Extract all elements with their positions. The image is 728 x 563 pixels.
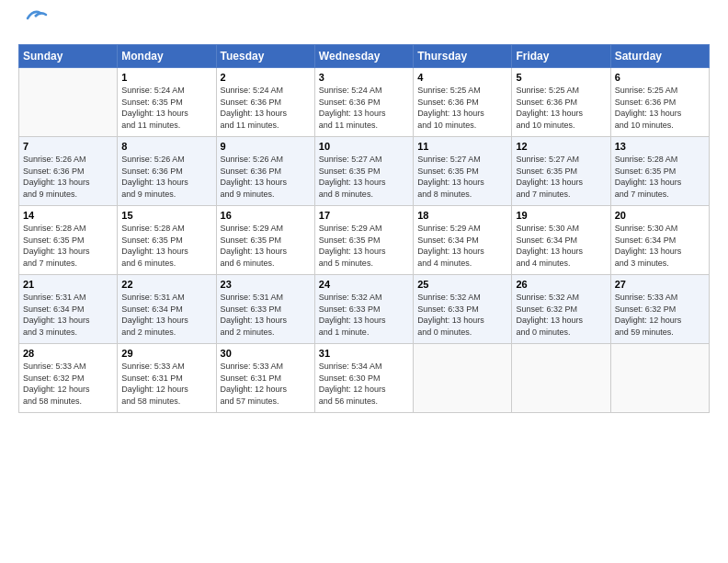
day-number: 18 — [417, 210, 507, 221]
calendar-cell: 25Sunrise: 5:32 AM Sunset: 6:33 PM Dayli… — [414, 275, 512, 344]
day-number: 7 — [23, 141, 113, 152]
calendar-cell: 14Sunrise: 5:28 AM Sunset: 6:35 PM Dayli… — [19, 206, 118, 275]
day-number: 15 — [121, 210, 211, 221]
day-number: 14 — [23, 210, 113, 221]
cell-content: Sunrise: 5:28 AM Sunset: 6:35 PM Dayligh… — [23, 223, 113, 269]
day-number: 2 — [221, 72, 311, 83]
calendar-cell: 22Sunrise: 5:31 AM Sunset: 6:34 PM Dayli… — [118, 275, 216, 344]
weekday-header-tuesday: Tuesday — [216, 45, 314, 68]
day-number: 6 — [615, 72, 705, 83]
day-number: 23 — [221, 279, 311, 290]
day-number: 3 — [319, 72, 409, 83]
day-number: 22 — [121, 279, 211, 290]
calendar-cell: 26Sunrise: 5:32 AM Sunset: 6:32 PM Dayli… — [512, 275, 610, 344]
day-number: 20 — [615, 210, 705, 221]
week-row-4: 21Sunrise: 5:31 AM Sunset: 6:34 PM Dayli… — [19, 275, 710, 344]
calendar-body: 1Sunrise: 5:24 AM Sunset: 6:35 PM Daylig… — [19, 68, 710, 413]
calendar-cell: 6Sunrise: 5:25 AM Sunset: 6:36 PM Daylig… — [610, 68, 709, 137]
cell-content: Sunrise: 5:27 AM Sunset: 6:35 PM Dayligh… — [319, 154, 409, 200]
calendar-cell: 12Sunrise: 5:27 AM Sunset: 6:35 PM Dayli… — [512, 137, 610, 206]
cell-content: Sunrise: 5:28 AM Sunset: 6:35 PM Dayligh… — [121, 223, 211, 269]
day-number: 1 — [121, 72, 211, 83]
calendar-cell: 10Sunrise: 5:27 AM Sunset: 6:35 PM Dayli… — [314, 137, 413, 206]
day-number: 17 — [319, 210, 409, 221]
day-number: 9 — [221, 141, 311, 152]
cell-content: Sunrise: 5:24 AM Sunset: 6:36 PM Dayligh… — [221, 85, 311, 131]
cell-content: Sunrise: 5:31 AM Sunset: 6:34 PM Dayligh… — [23, 292, 113, 338]
week-row-3: 14Sunrise: 5:28 AM Sunset: 6:35 PM Dayli… — [19, 206, 710, 275]
day-number: 8 — [121, 141, 211, 152]
weekday-header-wednesday: Wednesday — [314, 45, 413, 68]
day-number: 4 — [417, 72, 507, 83]
day-number: 19 — [516, 210, 606, 221]
cell-content: Sunrise: 5:29 AM Sunset: 6:35 PM Dayligh… — [319, 223, 409, 269]
weekday-header-saturday: Saturday — [610, 45, 709, 68]
day-number: 21 — [23, 279, 113, 290]
week-row-1: 1Sunrise: 5:24 AM Sunset: 6:35 PM Daylig… — [19, 68, 710, 137]
cell-content: Sunrise: 5:24 AM Sunset: 6:36 PM Dayligh… — [319, 85, 409, 131]
calendar-cell: 17Sunrise: 5:29 AM Sunset: 6:35 PM Dayli… — [314, 206, 413, 275]
calendar-cell: 16Sunrise: 5:29 AM Sunset: 6:35 PM Dayli… — [216, 206, 314, 275]
day-number: 10 — [319, 141, 409, 152]
calendar-cell: 20Sunrise: 5:30 AM Sunset: 6:34 PM Dayli… — [610, 206, 709, 275]
cell-content: Sunrise: 5:31 AM Sunset: 6:34 PM Dayligh… — [121, 292, 211, 338]
calendar-cell: 21Sunrise: 5:31 AM Sunset: 6:34 PM Dayli… — [19, 275, 118, 344]
cell-content: Sunrise: 5:28 AM Sunset: 6:35 PM Dayligh… — [615, 154, 705, 200]
cell-content: Sunrise: 5:33 AM Sunset: 6:32 PM Dayligh… — [23, 361, 113, 407]
calendar-cell: 3Sunrise: 5:24 AM Sunset: 6:36 PM Daylig… — [314, 68, 413, 137]
day-number: 13 — [615, 141, 705, 152]
header — [18, 17, 710, 39]
day-number: 25 — [417, 279, 507, 290]
week-row-2: 7Sunrise: 5:26 AM Sunset: 6:36 PM Daylig… — [19, 137, 710, 206]
calendar-cell: 9Sunrise: 5:26 AM Sunset: 6:36 PM Daylig… — [216, 137, 314, 206]
calendar-cell: 18Sunrise: 5:29 AM Sunset: 6:34 PM Dayli… — [414, 206, 512, 275]
weekday-header-thursday: Thursday — [414, 45, 512, 68]
calendar-cell — [19, 68, 118, 137]
cell-content: Sunrise: 5:26 AM Sunset: 6:36 PM Dayligh… — [121, 154, 211, 200]
day-number: 11 — [417, 141, 507, 152]
calendar-cell: 11Sunrise: 5:27 AM Sunset: 6:35 PM Dayli… — [414, 137, 512, 206]
cell-content: Sunrise: 5:29 AM Sunset: 6:34 PM Dayligh… — [417, 223, 507, 269]
calendar-cell: 8Sunrise: 5:26 AM Sunset: 6:36 PM Daylig… — [118, 137, 216, 206]
cell-content: Sunrise: 5:25 AM Sunset: 6:36 PM Dayligh… — [417, 85, 507, 131]
calendar-cell: 1Sunrise: 5:24 AM Sunset: 6:35 PM Daylig… — [118, 68, 216, 137]
calendar-cell — [512, 344, 610, 413]
day-number: 28 — [23, 348, 113, 359]
cell-content: Sunrise: 5:30 AM Sunset: 6:34 PM Dayligh… — [615, 223, 705, 269]
cell-content: Sunrise: 5:32 AM Sunset: 6:33 PM Dayligh… — [417, 292, 507, 338]
day-number: 26 — [516, 279, 606, 290]
day-number: 24 — [319, 279, 409, 290]
day-number: 27 — [615, 279, 705, 290]
cell-content: Sunrise: 5:34 AM Sunset: 6:30 PM Dayligh… — [319, 361, 409, 407]
calendar-cell: 27Sunrise: 5:33 AM Sunset: 6:32 PM Dayli… — [610, 275, 709, 344]
day-number: 31 — [319, 348, 409, 359]
logo — [18, 17, 48, 39]
cell-content: Sunrise: 5:24 AM Sunset: 6:35 PM Dayligh… — [121, 85, 211, 131]
calendar-cell: 29Sunrise: 5:33 AM Sunset: 6:31 PM Dayli… — [118, 344, 216, 413]
cell-content: Sunrise: 5:25 AM Sunset: 6:36 PM Dayligh… — [615, 85, 705, 131]
cell-content: Sunrise: 5:26 AM Sunset: 6:36 PM Dayligh… — [221, 154, 311, 200]
page: SundayMondayTuesdayWednesdayThursdayFrid… — [0, 0, 728, 422]
calendar-cell: 24Sunrise: 5:32 AM Sunset: 6:33 PM Dayli… — [314, 275, 413, 344]
calendar-cell: 28Sunrise: 5:33 AM Sunset: 6:32 PM Dayli… — [19, 344, 118, 413]
weekday-header-sunday: Sunday — [19, 45, 118, 68]
cell-content: Sunrise: 5:29 AM Sunset: 6:35 PM Dayligh… — [221, 223, 311, 269]
day-number: 30 — [221, 348, 311, 359]
calendar-cell: 4Sunrise: 5:25 AM Sunset: 6:36 PM Daylig… — [414, 68, 512, 137]
calendar-cell — [610, 344, 709, 413]
cell-content: Sunrise: 5:27 AM Sunset: 6:35 PM Dayligh… — [417, 154, 507, 200]
cell-content: Sunrise: 5:32 AM Sunset: 6:33 PM Dayligh… — [319, 292, 409, 338]
calendar-cell: 7Sunrise: 5:26 AM Sunset: 6:36 PM Daylig… — [19, 137, 118, 206]
weekday-header-friday: Friday — [512, 45, 610, 68]
day-number: 29 — [121, 348, 211, 359]
logo-bird-icon — [20, 7, 48, 28]
cell-content: Sunrise: 5:30 AM Sunset: 6:34 PM Dayligh… — [516, 223, 606, 269]
calendar-cell: 13Sunrise: 5:28 AM Sunset: 6:35 PM Dayli… — [610, 137, 709, 206]
calendar-cell: 31Sunrise: 5:34 AM Sunset: 6:30 PM Dayli… — [314, 344, 413, 413]
day-number: 16 — [221, 210, 311, 221]
calendar-cell: 30Sunrise: 5:33 AM Sunset: 6:31 PM Dayli… — [216, 344, 314, 413]
cell-content: Sunrise: 5:33 AM Sunset: 6:31 PM Dayligh… — [221, 361, 311, 407]
weekday-header-row: SundayMondayTuesdayWednesdayThursdayFrid… — [19, 45, 710, 68]
cell-content: Sunrise: 5:31 AM Sunset: 6:33 PM Dayligh… — [221, 292, 311, 338]
cell-content: Sunrise: 5:27 AM Sunset: 6:35 PM Dayligh… — [516, 154, 606, 200]
